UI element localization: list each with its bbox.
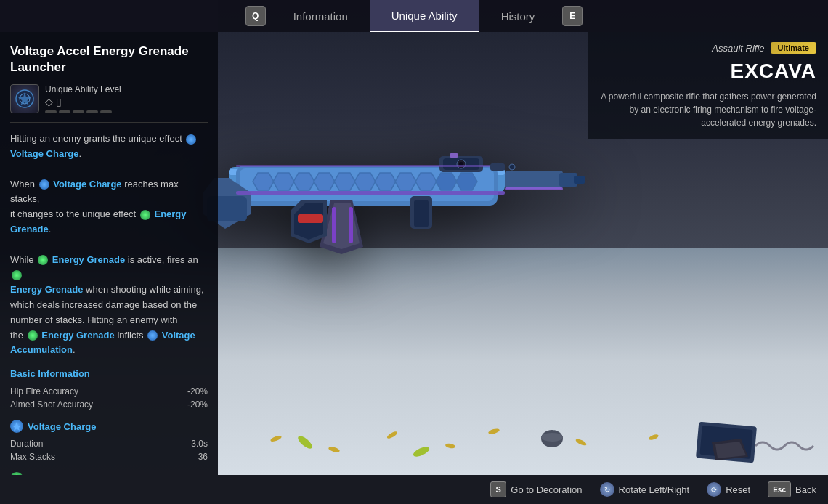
voltage-charge-section-name: Voltage Charge — [28, 421, 96, 432]
tab-information[interactable]: Information — [272, 0, 370, 32]
weapon-name: EXCAVA — [600, 60, 816, 83]
svg-point-38 — [509, 164, 515, 170]
ability-level-label: Unique Ability Level — [45, 84, 208, 94]
stat-aimed-shot-label: Aimed Shot Accuracy — [10, 399, 93, 410]
stat-duration: Duration 3.0s — [10, 437, 208, 450]
svg-rect-27 — [298, 214, 323, 223]
stat-max-stacks-label: Max Stacks — [10, 452, 55, 462]
voltage-charge-icon-2 — [39, 179, 49, 190]
action-rotate: ↻ Rotate Left/Right — [600, 482, 690, 497]
svg-marker-15 — [375, 173, 396, 190]
ability-level-icons: ◇ ▯ — [45, 96, 208, 107]
ability-level-row: Unique Ability Level ◇ ▯ — [10, 84, 208, 113]
weapon-type-row: Assault Rifle Ultimate — [600, 42, 816, 54]
key-q: Q — [245, 6, 266, 26]
floor-debris — [218, 330, 828, 475]
stat-max-stacks-value: 36 — [198, 452, 208, 462]
svg-marker-14 — [354, 173, 376, 190]
svg-rect-36 — [414, 200, 429, 227]
svg-marker-3 — [12, 422, 21, 431]
svg-marker-11 — [293, 173, 314, 190]
voltage-acc-icon — [147, 330, 158, 341]
desc-line13: inflicts — [117, 330, 146, 341]
stat-hip-fire-value: -20% — [187, 386, 208, 397]
ability-icon — [10, 84, 39, 113]
tab-history[interactable]: History — [479, 0, 557, 32]
action-back-label: Back — [795, 484, 816, 495]
desc-line3: When — [10, 179, 38, 190]
svg-rect-33 — [236, 191, 505, 195]
energy-grenade-icon-4 — [28, 330, 38, 341]
voltage-charge-link-1[interactable]: Voltage Charge — [10, 148, 78, 159]
ability-level-info: Unique Ability Level ◇ ▯ — [45, 84, 208, 113]
tab-unique-ability[interactable]: Unique Ability — [370, 0, 479, 32]
reset-icon: ⟳ — [707, 482, 721, 497]
svg-rect-23 — [505, 187, 563, 190]
basic-info-header: Basic Information — [10, 368, 208, 379]
svg-marker-13 — [334, 173, 355, 190]
svg-point-51 — [541, 433, 563, 442]
svg-point-44 — [575, 438, 587, 447]
left-panel: Voltage Accel Energy Grenade Launcher Un… — [0, 32, 218, 475]
star-3 — [73, 110, 84, 113]
stat-hip-fire-label: Hip Fire Accuracy — [10, 386, 78, 397]
action-reset: ⟳ Reset — [707, 482, 750, 497]
svg-marker-9 — [253, 173, 274, 190]
right-info-panel: Assault Rifle Ultimate EXCAVA A powerful… — [588, 32, 828, 139]
divider-1 — [10, 122, 208, 123]
stat-duration-label: Duration — [10, 439, 43, 449]
gun-container — [182, 58, 610, 334]
svg-rect-25 — [332, 207, 336, 243]
svg-point-47 — [412, 444, 431, 458]
bottom-bar: S Go to Decoration ↻ Rotate Left/Right ⟳… — [0, 475, 828, 504]
stat-hip-fire: Hip Fire Accuracy -20% — [10, 385, 208, 398]
action-back: Esc Back — [768, 481, 816, 497]
voltage-charge-section-header: Voltage Charge — [10, 420, 208, 433]
svg-point-42 — [445, 443, 456, 449]
desc-line1: Hitting an enemy grants the unique effec… — [10, 133, 184, 144]
stat-aimed-shot-value: -20% — [187, 399, 208, 410]
energy-grenade-link-3[interactable]: Energy Grenade — [10, 284, 83, 295]
key-e: E — [562, 6, 583, 26]
voltage-charge-link-2[interactable]: Voltage Charge — [53, 179, 121, 190]
star-4 — [86, 110, 98, 113]
voltage-charge-section-icon — [10, 420, 23, 433]
energy-grenade-icon-1 — [140, 210, 150, 220]
stat-aimed-shot: Aimed Shot Accuracy -20% — [10, 398, 208, 411]
svg-marker-10 — [273, 173, 294, 190]
energy-grenade-link-4[interactable]: Energy Grenade — [41, 330, 114, 341]
star-1 — [45, 110, 57, 113]
floor-items — [218, 330, 828, 475]
weapon-title: Voltage Accel Energy Grenade Launcher — [10, 44, 208, 76]
star-row — [45, 110, 208, 113]
energy-grenade-icon-3 — [12, 270, 22, 280]
svg-point-39 — [269, 434, 282, 442]
desc-line7: While — [10, 254, 36, 265]
key-esc: Esc — [768, 481, 791, 497]
svg-point-46 — [296, 434, 314, 450]
svg-point-41 — [386, 430, 399, 439]
svg-point-45 — [648, 434, 659, 441]
action-decoration-label: Go to Decoration — [511, 484, 582, 495]
energy-grenade-icon-2 — [38, 255, 48, 265]
top-navigation: Q Information Unique Ability History E — [0, 0, 828, 32]
gun-image — [185, 94, 606, 298]
svg-rect-20 — [505, 171, 563, 189]
svg-point-40 — [328, 446, 340, 453]
desc-line8: is active, fires an — [128, 254, 198, 265]
star-5 — [100, 110, 112, 113]
key-s: S — [490, 481, 506, 497]
svg-rect-26 — [349, 207, 353, 243]
star-2 — [59, 110, 70, 113]
stat-duration-value: 3.0s — [191, 439, 208, 449]
weapon-description: A powerful composite rifle that gathers … — [600, 90, 816, 129]
svg-rect-22 — [574, 176, 585, 184]
svg-marker-12 — [314, 173, 335, 190]
weapon-type-label: Assault Rifle — [712, 43, 764, 54]
action-reset-label: Reset — [726, 484, 750, 495]
svg-point-43 — [487, 428, 500, 435]
svg-marker-18 — [436, 173, 457, 190]
ability-description: Hitting an enemy grants the unique effec… — [10, 131, 208, 358]
svg-marker-19 — [456, 173, 477, 190]
energy-grenade-link-2[interactable]: Energy Grenade — [52, 254, 125, 265]
